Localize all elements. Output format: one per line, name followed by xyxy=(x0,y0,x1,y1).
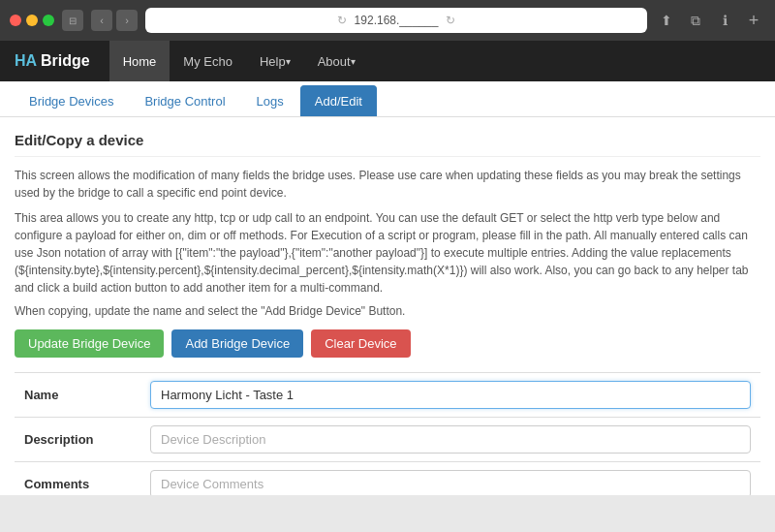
forward-button[interactable]: › xyxy=(116,10,138,31)
main-nav: Home My Echo Help About xyxy=(109,41,369,81)
share-button[interactable]: ⬆ xyxy=(655,9,678,32)
name-cell xyxy=(140,373,760,418)
comments-input[interactable] xyxy=(150,470,751,495)
section-title: Edit/Copy a device xyxy=(15,132,760,157)
update-bridge-device-button[interactable]: Update Bridge Device xyxy=(15,329,164,358)
description-input[interactable] xyxy=(150,425,751,454)
tab-overview-button[interactable]: ⧉ xyxy=(684,9,707,32)
tab-bridge-control[interactable]: Bridge Control xyxy=(130,85,239,116)
tab-bridge-devices[interactable]: Bridge Devices xyxy=(15,85,128,116)
reload-icon: ↻ xyxy=(337,14,347,27)
comments-label: Comments xyxy=(15,462,140,496)
action-buttons: Update Bridge Device Add Bridge Device C… xyxy=(15,329,760,358)
browser-chrome: ⊟ ‹ › ↻ 192.168.______ ↻ ⬆ ⧉ ℹ + xyxy=(0,0,775,41)
name-row: Name xyxy=(15,373,760,418)
brand-name: Bridge xyxy=(41,52,90,69)
close-button[interactable] xyxy=(10,15,21,26)
nav-item-about[interactable]: About xyxy=(304,41,369,81)
description-label: Description xyxy=(15,418,140,462)
tabs-bar: Bridge Devices Bridge Control Logs Add/E… xyxy=(0,81,775,117)
tab-logs[interactable]: Logs xyxy=(242,85,298,116)
main-content: Edit/Copy a device This screen allows th… xyxy=(0,117,775,495)
nav-item-home[interactable]: Home xyxy=(109,41,170,81)
sidebar-toggle-button[interactable]: ⊟ xyxy=(62,10,83,31)
description-row: Description xyxy=(15,418,760,462)
minimize-button[interactable] xyxy=(26,15,38,26)
nav-buttons: ‹ › xyxy=(91,10,138,31)
copy-hint: When copying, update the name and select… xyxy=(15,304,760,318)
new-tab-button[interactable]: + xyxy=(742,9,765,32)
tab-add-edit[interactable]: Add/Edit xyxy=(300,85,377,116)
add-bridge-device-button[interactable]: Add Bridge Device xyxy=(171,329,303,358)
info-button[interactable]: ℹ xyxy=(713,9,736,32)
name-label: Name xyxy=(15,373,140,418)
browser-actions: ⬆ ⧉ ℹ + xyxy=(655,9,765,32)
refresh-icon: ↻ xyxy=(446,14,455,27)
brand-prefix: HA xyxy=(15,52,41,69)
address-bar[interactable]: ↻ 192.168.______ ↻ xyxy=(145,8,647,33)
app-brand: HA Bridge xyxy=(15,52,90,70)
nav-item-help[interactable]: Help xyxy=(246,41,304,81)
comments-cell xyxy=(140,462,760,496)
clear-device-button[interactable]: Clear Device xyxy=(311,329,410,358)
comments-row: Comments xyxy=(15,462,760,496)
maximize-button[interactable] xyxy=(43,15,54,26)
description-text-2: This area allows you to create any http,… xyxy=(15,209,760,297)
name-input[interactable] xyxy=(150,381,751,409)
traffic-lights xyxy=(10,15,54,26)
device-form: Name Description Comments Inactive xyxy=(15,372,760,495)
browser-toolbar: ⊟ ‹ › ↻ 192.168.______ ↻ ⬆ ⧉ ℹ + xyxy=(10,8,765,33)
back-button[interactable]: ‹ xyxy=(91,10,112,31)
description-text-1: This screen allows the modification of m… xyxy=(15,167,760,202)
description-cell xyxy=(140,418,760,462)
nav-item-myecho[interactable]: My Echo xyxy=(170,41,246,81)
address-text: 192.168.______ xyxy=(355,14,439,27)
app-navbar: HA Bridge Home My Echo Help About xyxy=(0,41,775,81)
